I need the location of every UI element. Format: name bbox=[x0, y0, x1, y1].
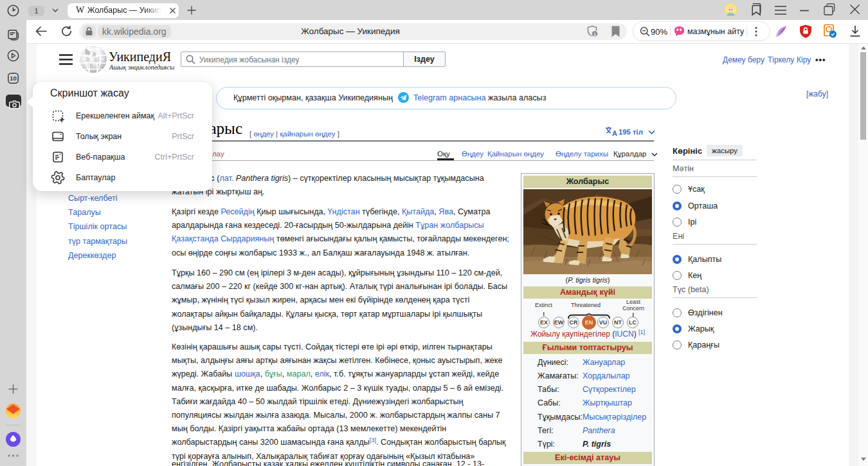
svg-text:A: A bbox=[612, 129, 617, 137]
svg-text:10: 10 bbox=[10, 75, 17, 82]
svg-text:1: 1 bbox=[593, 32, 596, 37]
